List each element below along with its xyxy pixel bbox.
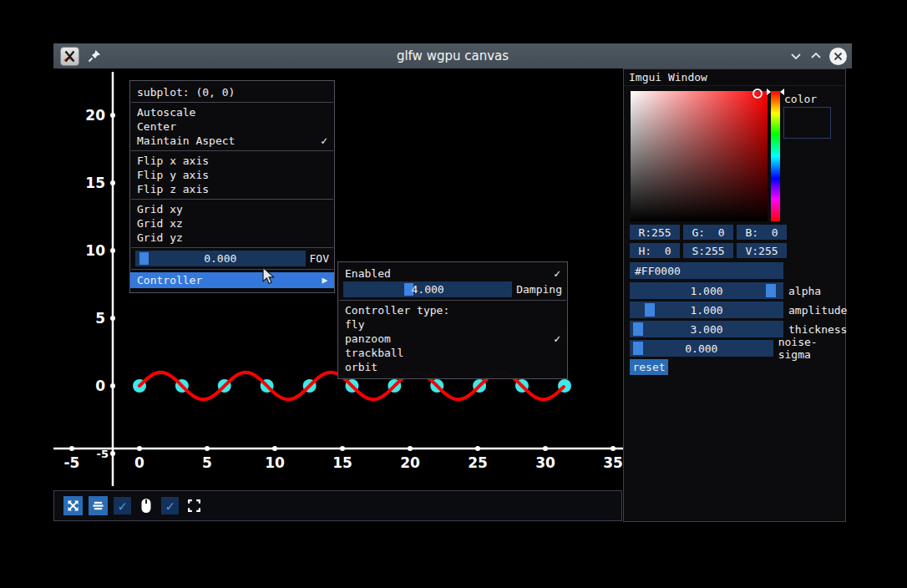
- menu-item-controller[interactable]: Controller ▶: [130, 272, 334, 288]
- maximize-chevron-up-icon[interactable]: [809, 49, 823, 63]
- svg-text:5: 5: [95, 310, 105, 327]
- menu-item[interactable]: Flip z axis: [130, 182, 334, 196]
- slider-grab[interactable]: [633, 342, 643, 355]
- check-icon: ✓: [554, 266, 560, 281]
- close-icon[interactable]: [829, 48, 847, 65]
- hue-marker-left-icon: [767, 89, 771, 95]
- slider-label: thickness: [788, 323, 847, 336]
- desktop: glfw wgpu canvas: [0, 0, 907, 588]
- alpha-slider[interactable]: 1.000alpha: [630, 282, 821, 299]
- menu-item[interactable]: Maintain Aspect✓: [130, 134, 334, 148]
- color-swatch[interactable]: [783, 107, 831, 139]
- svg-text:25: 25: [468, 454, 488, 471]
- amplitude-slider[interactable]: 1.000amplitude: [630, 302, 847, 318]
- window-titlebar[interactable]: glfw wgpu canvas: [53, 43, 852, 68]
- window-title: glfw wgpu canvas: [53, 48, 852, 63]
- slider-grab: [139, 252, 149, 265]
- slider-label: noise-sigma: [778, 336, 845, 361]
- hsv-field[interactable]: H: 0: [630, 243, 680, 258]
- svg-text:-5: -5: [64, 454, 80, 471]
- menu-item[interactable]: Grid xz: [130, 216, 334, 231]
- svg-text:0: 0: [134, 454, 144, 471]
- checkbox-checked[interactable]: ✓: [161, 497, 179, 514]
- rgb-field[interactable]: R:255: [630, 225, 680, 240]
- sv-picker-marker[interactable]: [752, 89, 763, 99]
- color-label: color: [784, 93, 817, 105]
- svg-text:-5: -5: [97, 448, 109, 460]
- noise-sigma-slider[interactable]: 0.000noise-sigma: [630, 340, 845, 357]
- fov-slider-label: FOV: [310, 252, 329, 265]
- rgb-field[interactable]: G: 0: [683, 225, 733, 240]
- rgb-field[interactable]: B: 0: [737, 225, 787, 240]
- svg-text:15: 15: [85, 175, 105, 191]
- saturation-value-picker[interactable]: [631, 91, 768, 221]
- damping-slider-label: Damping: [516, 283, 562, 296]
- menu-separator: [131, 102, 333, 103]
- svg-text:5: 5: [202, 454, 212, 471]
- expand-arrows-icon[interactable]: [63, 496, 83, 515]
- glfw-window: glfw wgpu canvas: [53, 43, 852, 578]
- check-icon: ✓: [554, 332, 560, 346]
- hex-input[interactable]: #FF0000: [630, 262, 783, 279]
- svg-text:30: 30: [535, 454, 555, 471]
- menu-item[interactable]: fly: [338, 317, 567, 332]
- menu-separator: [131, 150, 333, 151]
- menu-item[interactable]: Grid xy: [130, 202, 334, 216]
- controller-type-header: Controller type:: [338, 303, 567, 317]
- hsv-field[interactable]: V:255: [737, 243, 787, 258]
- mouse-icon: [137, 496, 155, 515]
- menu-item[interactable]: trackball: [338, 346, 567, 360]
- svg-text:10: 10: [85, 242, 105, 259]
- imgui-window: Imgui Window color R:255G: 0B: 0 H: 0S:2…: [623, 68, 846, 522]
- hsv-field[interactable]: S:255: [683, 243, 733, 258]
- svg-text:35: 35: [603, 454, 623, 471]
- wgpu-canvas[interactable]: -50510152025303520151050-5: [53, 68, 852, 578]
- menu-item[interactable]: Autoscale: [130, 105, 334, 119]
- slider-label: alpha: [788, 285, 821, 297]
- slider-grab[interactable]: [645, 303, 655, 317]
- thickness-slider[interactable]: 3.000thickness: [630, 321, 847, 337]
- subplot-context-menu: subplot: (0, 0) AutoscaleCenterMaintain …: [129, 80, 335, 293]
- slider-grab[interactable]: [766, 284, 776, 297]
- svg-text:15: 15: [332, 454, 352, 471]
- menu-separator: [131, 199, 333, 200]
- controller-submenu: Enabled ✓ 4.000 Damping Controller type:…: [337, 261, 568, 379]
- x11-app-icon: [60, 47, 79, 66]
- menu-item[interactable]: panzoom✓: [338, 332, 567, 346]
- corner-brackets-icon[interactable]: [185, 496, 203, 515]
- plot-toolbar: ✓ ✓: [53, 490, 622, 521]
- menu-item-enabled[interactable]: Enabled ✓: [338, 266, 567, 281]
- svg-text:10: 10: [265, 454, 285, 471]
- minimize-chevron-down-icon[interactable]: [789, 49, 803, 63]
- checkbox-checked[interactable]: ✓: [114, 497, 131, 514]
- mouse-cursor-icon: [262, 267, 276, 286]
- menu-item[interactable]: orbit: [338, 360, 567, 374]
- damping-slider[interactable]: 4.000 Damping: [338, 281, 567, 297]
- pin-icon[interactable]: [88, 49, 101, 63]
- svg-text:20: 20: [400, 454, 420, 471]
- slider-label: amplitude: [788, 304, 847, 317]
- svg-text:0: 0: [95, 378, 105, 394]
- center-lines-icon[interactable]: [89, 496, 108, 515]
- menu-separator: [131, 247, 333, 248]
- fov-slider[interactable]: 0.000 FOV: [130, 251, 334, 266]
- hsv-row: H: 0S:255V:255: [630, 243, 787, 258]
- slider-grab[interactable]: [633, 322, 643, 336]
- menu-separator: [131, 269, 333, 270]
- imgui-window-title[interactable]: Imgui Window: [624, 69, 845, 86]
- menu-item[interactable]: Grid yz: [130, 231, 334, 245]
- hue-bar[interactable]: [771, 91, 780, 221]
- menu-item[interactable]: Flip x axis: [130, 154, 334, 168]
- menu-item[interactable]: Center: [130, 119, 334, 134]
- reset-button[interactable]: reset: [630, 359, 668, 375]
- menu-separator: [339, 300, 566, 301]
- check-icon: ✓: [321, 134, 327, 148]
- submenu-arrow-icon: ▶: [322, 272, 327, 288]
- svg-text:20: 20: [85, 107, 105, 124]
- rgb-row: R:255G: 0B: 0: [630, 225, 787, 240]
- menu-header: subplot: (0, 0): [130, 85, 334, 99]
- menu-item[interactable]: Flip y axis: [130, 168, 334, 182]
